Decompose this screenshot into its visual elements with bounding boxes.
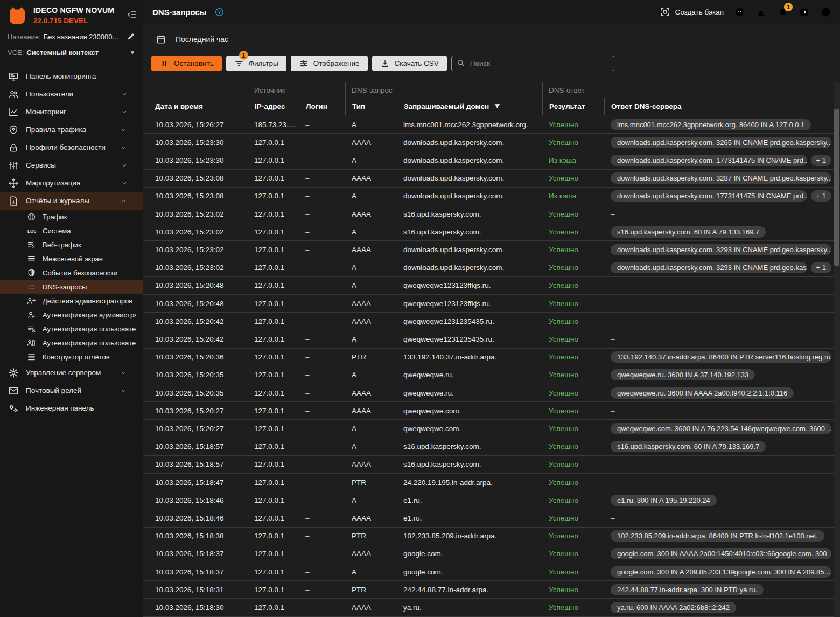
table-scrollbar[interactable] — [834, 82, 840, 617]
table-row[interactable]: 10.03.2026, 15:18:31127.0.0.1–PTR242.44.… — [143, 581, 834, 599]
dns-answer-chip[interactable]: qweqweqwe.ru. 3600 IN A 37.140.192.133 — [611, 369, 755, 380]
col-ip[interactable]: IP-адрес — [248, 98, 299, 115]
col-answer[interactable]: Ответ DNS-сервера — [604, 98, 834, 115]
dns-answer-chip[interactable]: ims.mnc001.mcc262.3gppnetwork.org. 86400… — [611, 119, 811, 130]
dns-answer-chip[interactable]: google.com. 300 IN A 209.85.233.139googl… — [611, 566, 831, 578]
table-row[interactable]: 10.03.2026, 15:23:02127.0.0.1–AAAAs16.up… — [143, 205, 834, 223]
sidebar-item-маршрутизация[interactable]: Маршрутизация — [0, 174, 143, 192]
table-row[interactable]: 10.03.2026, 15:18:46127.0.0.1–Ae1.ru.Усп… — [143, 491, 834, 509]
sidebar-subitem-трафик[interactable]: Трафик — [0, 210, 143, 224]
col-login[interactable]: Логин — [299, 98, 345, 115]
sidebar-subitem-конструктор-отчётов[interactable]: Конструктор отчётов — [0, 350, 143, 364]
sidebar-subitem-события-безопасности[interactable]: События безопасности — [0, 266, 143, 280]
help-icon[interactable]: ? — [214, 7, 225, 17]
sidebar-subitem-веб-трафик[interactable]: Веб-трафик — [0, 238, 143, 252]
dns-answer-chip[interactable]: downloads.upd.kaspersky.com. 3293 IN CNA… — [611, 244, 831, 255]
sidebar-subitem-аутентификация-пользователей-лк[interactable]: Аутентификация пользователей ЛК — [0, 336, 143, 350]
table-row[interactable]: 10.03.2026, 15:23:08127.0.0.1–AAAAdownlo… — [143, 170, 834, 188]
dns-answer-chip[interactable]: 133.192.140.37.in-addr.arpa. 86400 IN PT… — [611, 351, 831, 363]
scrollbar-thumb[interactable] — [834, 109, 839, 266]
dns-answer-chip[interactable]: qweqweqwe.com. 3600 IN A 76.223.54.146qw… — [611, 423, 831, 434]
dns-answer-more-chip[interactable]: + 1 — [811, 155, 831, 166]
dns-answer-chip[interactable]: 242.44.88.77.in-addr.arpa. 300 IN PTR ya… — [611, 584, 764, 595]
table-row[interactable]: 10.03.2026, 15:23:02127.0.0.1–As16.upd.k… — [143, 223, 834, 241]
sidebar-item-правила-трафика[interactable]: Правила трафика — [0, 121, 143, 138]
dns-answer-chip[interactable]: e1.ru. 300 IN A 195.19.220.24 — [611, 495, 717, 506]
create-backup-button[interactable]: Создать бэкап — [660, 6, 724, 17]
sidebar-item-мониторинг[interactable]: Мониторинг — [0, 103, 143, 121]
table-row[interactable]: 10.03.2026, 15:23:30127.0.0.1–AAAAdownlo… — [143, 134, 834, 151]
dns-answer-chip[interactable]: downloads.upd.kaspersky.com. 3287 IN CNA… — [611, 172, 831, 184]
vce-context-row[interactable]: VCE: Системный контекст ▼ — [0, 45, 143, 60]
assistant-icon[interactable] — [734, 6, 745, 18]
sidebar-item-сервисы[interactable]: Сервисы — [0, 156, 143, 174]
table-row[interactable]: 10.03.2026, 15:23:08127.0.0.1–Adownloads… — [143, 188, 834, 205]
stop-button[interactable]: Остановить — [151, 56, 222, 71]
dns-answer-chip[interactable]: qweqweqwe.ru. 3600 IN AAAA 2a00:f940:2:2… — [611, 387, 794, 399]
time-range-picker[interactable]: Последний час — [156, 34, 228, 45]
table-row[interactable]: 10.03.2026, 15:18:57127.0.0.1–As16.upd.k… — [143, 438, 834, 456]
sidebar-item-почтовый-релей[interactable]: Почтовый релей — [0, 382, 143, 399]
sidebar-subitem-система[interactable]: LOGСистема — [0, 224, 143, 238]
display-settings-button[interactable]: Отображение — [291, 56, 368, 71]
sidebar-subitem-dns-запросы[interactable]: DNS-запросы — [0, 280, 143, 294]
table-row[interactable]: 10.03.2026, 15:20:35127.0.0.1–Aqweqweqwe… — [143, 366, 834, 384]
table-row[interactable]: 10.03.2026, 15:20:27127.0.0.1–AAAAqweqwe… — [143, 402, 834, 420]
table-row[interactable]: 10.03.2026, 15:23:30127.0.0.1–Adownloads… — [143, 151, 834, 169]
table-row[interactable]: 10.03.2026, 15:26:27185.73.23.…–Aims.mnc… — [143, 116, 834, 134]
table-row[interactable]: 10.03.2026, 15:18:38127.0.0.1–PTR102.233… — [143, 528, 834, 545]
vce-caret-down-icon[interactable]: ▼ — [130, 50, 135, 56]
col-domain[interactable]: Запрашиваемый домен — [397, 98, 542, 115]
table-row[interactable]: 10.03.2026, 15:20:48127.0.0.1–Aqweqweqwe… — [143, 277, 834, 295]
dns-answer-chip[interactable]: s16.upd.kaspersky.com. 60 IN A 79.133.16… — [611, 226, 766, 238]
dns-answer-chip[interactable]: downloads.upd.kaspersky.com. 1773141475 … — [611, 190, 807, 202]
dns-answer-chip[interactable]: ya.ru. 600 IN AAAA 2a02:6b8::2:242 — [611, 602, 736, 613]
table-row[interactable]: 10.03.2026, 15:20:35127.0.0.1–AAAAqweqwe… — [143, 384, 834, 402]
siren-alerts-icon[interactable] — [755, 6, 767, 18]
table-row[interactable]: 10.03.2026, 15:18:46127.0.0.1–AAAAe1.ru.… — [143, 509, 834, 527]
table-row[interactable]: 10.03.2026, 15:20:42127.0.0.1–Aqweqweqwe… — [143, 330, 834, 348]
download-csv-button[interactable]: Скачать CSV — [372, 56, 447, 71]
sidebar-item-отчёты-и-журналы[interactable]: Отчёты и журналы — [0, 192, 143, 210]
collapse-sidebar-icon[interactable] — [127, 9, 137, 20]
dns-answer-chip[interactable]: downloads.upd.kaspersky.com. 3293 IN CNA… — [611, 262, 807, 273]
account-icon[interactable] — [820, 6, 831, 18]
notifications-bell-icon[interactable]: 1 — [777, 6, 788, 18]
sidebar-item-управление-сервером[interactable]: Управление сервером — [0, 364, 143, 382]
sidebar-item-панель-мониторинга[interactable]: Панель мониторинга — [0, 67, 143, 85]
table-row[interactable]: 10.03.2026, 15:18:37127.0.0.1–Agoogle.co… — [143, 563, 834, 581]
table-row[interactable]: 10.03.2026, 15:18:47127.0.0.1–PTR24.220.… — [143, 474, 834, 491]
table-row[interactable]: 10.03.2026, 15:18:57127.0.0.1–AAAAs16.up… — [143, 456, 834, 474]
dns-answer-chip[interactable]: 102.233.85.209.in-addr.arpa. 86400 IN PT… — [611, 530, 824, 542]
table-row[interactable]: 10.03.2026, 15:18:30127.0.0.1–AAAAya.ru.… — [143, 599, 834, 616]
dns-answer-chip[interactable]: downloads.upd.kaspersky.com. 1773141475 … — [611, 155, 807, 166]
sidebar-subitem-действия-администраторов[interactable]: Действия администраторов — [0, 294, 143, 308]
cell-answer: downloads.upd.kaspersky.com. 3293 IN CNA… — [604, 259, 834, 276]
col-type[interactable]: Тип — [345, 98, 397, 115]
dns-answer-more-chip[interactable]: + 1 — [811, 190, 831, 202]
table-row[interactable]: 10.03.2026, 15:20:48127.0.0.1–AAAAqweqwe… — [143, 295, 834, 313]
table-row[interactable]: 10.03.2026, 15:18:37127.0.0.1–AAAAgoogle… — [143, 545, 834, 563]
sidebar-subitem-аутентификация-администраторов[interactable]: Аутентификация администраторов — [0, 308, 143, 322]
domain-filter-funnel-icon[interactable] — [493, 102, 501, 110]
col-result[interactable]: Результат — [542, 98, 604, 115]
sidebar-subitem-аутентификация-пользователей[interactable]: Аутентификация пользователей — [0, 322, 143, 336]
filters-button[interactable]: Фильтры 1 — [226, 56, 286, 71]
table-row[interactable]: 10.03.2026, 15:23:02127.0.0.1–Adownloads… — [143, 259, 834, 277]
sidebar-item-инженерная-панель[interactable]: Инженерная панель — [0, 399, 143, 417]
table-row[interactable]: 10.03.2026, 15:23:02127.0.0.1–AAAAdownlo… — [143, 241, 834, 259]
edit-name-pencil-icon[interactable] — [127, 32, 135, 41]
dns-answer-more-chip[interactable]: + 1 — [811, 262, 831, 273]
sidebar-item-пользователи[interactable]: Пользователи — [0, 85, 143, 103]
table-row[interactable]: 10.03.2026, 15:20:27127.0.0.1–Aqweqweqwe… — [143, 420, 834, 438]
dns-answer-chip[interactable]: google.com. 300 IN AAAA 2a00:1450:4010:c… — [611, 548, 831, 559]
sidebar-subitem-межсетевой-экран[interactable]: Межсетевой экран — [0, 252, 143, 266]
table-row[interactable]: 10.03.2026, 15:20:42127.0.0.1–AAAAqweqwe… — [143, 313, 834, 330]
table-row[interactable]: 10.03.2026, 15:20:36127.0.0.1–PTR133.192… — [143, 349, 834, 366]
search-input[interactable] — [451, 56, 614, 71]
dns-answer-chip[interactable]: s16.upd.kaspersky.com. 60 IN A 79.133.16… — [611, 441, 766, 452]
dns-answer-chip[interactable]: downloads.upd.kaspersky.com. 3265 IN CNA… — [611, 137, 831, 148]
display-panel-icon[interactable] — [799, 6, 810, 18]
col-datetime[interactable]: Дата и время — [143, 98, 248, 115]
sidebar-item-профили-безопасности[interactable]: Профили безопасности — [0, 138, 143, 156]
